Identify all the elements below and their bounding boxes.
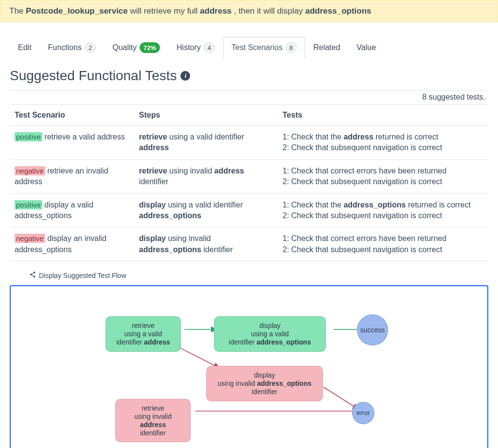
share-icon — [29, 271, 36, 279]
tests-cell: 1: Check that correct errors have been r… — [278, 159, 488, 193]
info-icon[interactable]: i — [180, 71, 190, 81]
scenario-cell: negative retrieve an invalid address — [10, 159, 134, 193]
test-line: 2: Check that subsequent navigation is c… — [283, 244, 483, 255]
flow-node-retrieve-valid[interactable]: retrieve using a valid identifier addres… — [106, 316, 181, 351]
col-scenario: Test Scenario — [10, 105, 134, 126]
tab-test-scenarios[interactable]: Test Scenarios 8 — [223, 37, 305, 58]
tab-functions[interactable]: Functions 2 — [40, 37, 105, 58]
tab-edit[interactable]: Edit — [10, 38, 40, 57]
flow-node-retrieve-invalid[interactable]: retrieve using invalid address identifie… — [115, 399, 191, 442]
steps-cell: retrieve using a valid identifier addres… — [134, 126, 278, 160]
steps-cell: display using a valid identifier address… — [134, 193, 278, 227]
scenario-cell: positive display a valid address_options — [10, 193, 134, 227]
test-line: 1: Check that the address returned is co… — [283, 132, 483, 142]
tab-value[interactable]: Value — [348, 38, 384, 57]
test-line: 2: Check that subsequent navigation is c… — [283, 142, 483, 153]
test-line: 2: Check that subsequent navigation is c… — [283, 210, 483, 221]
table-row[interactable]: negative retrieve an invalid addressretr… — [10, 159, 488, 193]
test-line: 1: Check that correct errors have been r… — [283, 166, 483, 176]
svg-line-6 — [323, 387, 358, 409]
flow-toggle-label: Display Suggested Test Flow — [39, 272, 126, 279]
tab-related[interactable]: Related — [305, 38, 348, 57]
flow-node-display-valid[interactable]: display using a valid identifier address… — [214, 316, 326, 351]
negative-tag: negative — [15, 234, 45, 243]
banner-text: The — [9, 6, 26, 16]
steps-cell: display using invalid address_options id… — [134, 227, 278, 261]
section-title: Suggested Functional Tests i — [10, 68, 488, 84]
test-line: 1: Check that the address_options return… — [283, 200, 483, 210]
flow-node-display-invalid[interactable]: display using invalid address_options id… — [206, 366, 323, 401]
table-row[interactable]: positive retrieve a valid addressretriev… — [10, 126, 488, 160]
banner-service: Postcode_lookup_service — [26, 6, 128, 16]
scenarios-count-badge: 8 — [285, 42, 297, 53]
col-tests: Tests — [278, 105, 488, 126]
negative-tag: negative — [15, 166, 45, 175]
tests-cell: 1: Check that the address returned is co… — [278, 126, 488, 160]
tab-quality[interactable]: Quality 72% — [104, 37, 168, 58]
display-test-flow-toggle[interactable]: Display Suggested Test Flow — [29, 271, 488, 279]
positive-tag: positive — [15, 132, 42, 141]
tests-summary: 8 suggested tests. — [10, 90, 488, 104]
scenario-cell: negative display an invalid address_opti… — [10, 227, 134, 261]
test-scenarios-table: Test Scenario Steps Tests positive retri… — [10, 104, 488, 261]
table-row[interactable]: negative display an invalid address_opti… — [10, 227, 488, 261]
steps-cell: retrieve using invalid address identifie… — [134, 159, 278, 193]
scenario-cell: positive retrieve a valid address — [10, 126, 134, 160]
functions-count-badge: 2 — [85, 42, 96, 53]
table-row[interactable]: positive display a valid address_options… — [10, 193, 488, 227]
test-flow-diagram: retrieve using a valid identifier addres… — [10, 285, 488, 448]
tab-history[interactable]: History 4 — [168, 37, 223, 58]
flow-node-error[interactable]: error — [352, 402, 374, 424]
flow-node-success[interactable]: success — [357, 314, 388, 345]
quality-pct-badge: 72% — [140, 42, 160, 53]
context-banner: The Postcode_lookup_service will retriev… — [0, 0, 498, 22]
history-count-badge: 4 — [204, 42, 215, 53]
positive-tag: positive — [15, 200, 42, 209]
test-line: 1: Check that correct errors have been r… — [283, 233, 483, 244]
tests-cell: 1: Check that the address_options return… — [278, 193, 488, 227]
col-steps: Steps — [134, 105, 278, 126]
tab-bar: Edit Functions 2 Quality 72% History 4 T… — [10, 37, 488, 58]
test-line: 2: Check that subsequent navigation is c… — [283, 176, 483, 187]
tests-cell: 1: Check that correct errors have been r… — [278, 227, 488, 261]
